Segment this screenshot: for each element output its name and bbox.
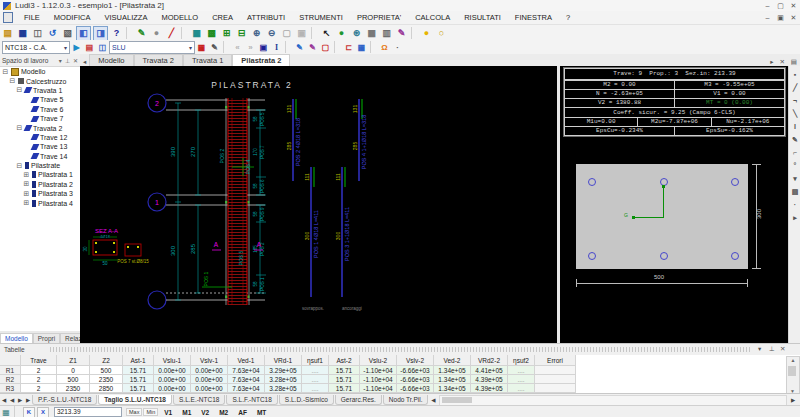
filter-x-icon[interactable]: X: [37, 407, 49, 417]
tree-item-trave-6[interactable]: Trave 6: [0, 105, 80, 114]
beam-I-icon[interactable]: I: [271, 42, 282, 53]
close-icon[interactable]: ✕: [787, 1, 800, 10]
col-ved2[interactable]: Ved-2: [434, 355, 471, 366]
save-icon[interactable]: ▦: [16, 27, 29, 40]
menu-calcola[interactable]: CALCOLA: [408, 13, 457, 22]
bulb-on-icon[interactable]: ●: [420, 27, 433, 40]
red-grid-icon[interactable]: ▦: [196, 42, 207, 53]
col-vslu2[interactable]: Vslu-2: [360, 355, 397, 366]
pen-purple-icon[interactable]: ✎: [307, 42, 318, 53]
col-vslv1[interactable]: Vslv-1: [191, 355, 228, 366]
drag-grip[interactable]: [50, 347, 750, 352]
grid-tool-icon[interactable]: ▤: [790, 185, 800, 198]
status-item-m2[interactable]: M2: [219, 409, 228, 416]
tree-item-pilastrate[interactable]: ⊟Pilastrate: [0, 161, 80, 170]
dock-menu-icon[interactable]: ▾: [758, 345, 761, 353]
red-box-icon[interactable]: ▢: [320, 42, 331, 53]
pen-blue-icon[interactable]: ✎: [294, 42, 305, 53]
minimize-icon[interactable]: –: [761, 1, 774, 10]
book-red-icon[interactable]: ▤: [84, 42, 95, 53]
tree-item-modello[interactable]: ⊟Modello: [0, 67, 80, 76]
grid-vscrollbar[interactable]: ▲▼: [786, 356, 800, 395]
tool-icon[interactable]: ▪: [790, 68, 800, 81]
zoom-out-icon[interactable]: ⊖: [265, 27, 278, 40]
dropdown-icon[interactable]: ▾: [790, 172, 800, 185]
draw-red-icon[interactable]: ╱: [165, 27, 178, 40]
print-icon[interactable]: ▥: [380, 27, 393, 40]
code-select[interactable]: NTC18 - C.A. ▾: [2, 41, 70, 54]
tab-scroll-left-icon[interactable]: ◂: [83, 58, 86, 66]
status-item-af[interactable]: AF: [238, 409, 247, 416]
mesh-icon[interactable]: ▦: [190, 27, 203, 40]
menu-crea[interactable]: CREA: [205, 13, 240, 22]
next-tab-icon[interactable]: ▶: [16, 397, 24, 403]
hscroll-right-icon[interactable]: ▶: [789, 397, 797, 403]
menu-attributi[interactable]: ATTRIBUTI: [240, 13, 292, 22]
tree-item-trave-7[interactable]: Trave 7: [0, 114, 80, 123]
refresh-icon[interactable]: ↺: [46, 27, 59, 40]
col-ast2[interactable]: Ast-2: [329, 355, 360, 366]
expand-icon[interactable]: ⊞: [23, 199, 30, 207]
pencil-tool-icon[interactable]: ✎: [790, 133, 800, 146]
load-case-select[interactable]: SLU ▾: [109, 41, 195, 54]
window-zoom-icon[interactable]: ▣: [295, 27, 308, 40]
view-tab-pilastrata-2[interactable]: Pilastrata 2: [232, 54, 290, 66]
filter-k-icon[interactable]: K: [23, 407, 35, 417]
view-tab-travata-1[interactable]: Travata 1: [183, 54, 232, 66]
sphere-icon[interactable]: ●: [150, 27, 163, 40]
section-box-icon[interactable]: ▣: [258, 42, 269, 53]
tree-item-pilastrata-1[interactable]: ⊞Pilastrata 1: [0, 170, 80, 179]
view-tab-travata-2[interactable]: Travata 2: [134, 54, 183, 66]
menu-risultati[interactable]: RISULTATI: [457, 13, 508, 22]
menu-finestra[interactable]: FINESTRA: [508, 13, 559, 22]
tab-slf[interactable]: S.L.F.-NTC18: [226, 395, 277, 405]
col-z2[interactable]: Z2: [90, 355, 123, 366]
prev-icon[interactable]: «: [232, 42, 243, 53]
view-split-icon[interactable]: ◧: [76, 26, 91, 41]
menu-strumenti[interactable]: STRUMENTI: [292, 13, 350, 22]
remove-element-icon[interactable]: ⊟: [235, 27, 248, 40]
pin-icon[interactable]: ⊥: [769, 345, 775, 353]
grid-toggle-icon[interactable]: ▤: [791, 58, 797, 66]
table-row[interactable]: R1 2 0 500 15.71 0.00e+00 0.00e+00 7.63e…: [0, 366, 800, 375]
expand-icon[interactable]: ⊟: [2, 68, 9, 76]
node-tool-icon[interactable]: °: [790, 159, 800, 172]
first-tab-icon[interactable]: ◀: [0, 397, 8, 403]
draw-green-icon[interactable]: ✎: [135, 27, 148, 40]
tree-item-pilastrata-4[interactable]: ⊞Pilastrata 4: [0, 198, 80, 207]
status-item-m1[interactable]: M1: [182, 409, 191, 416]
scroll-thumb[interactable]: [788, 366, 796, 376]
pencil-ruler-icon[interactable]: ✎: [209, 42, 220, 53]
view-panel-icon[interactable]: ◨: [93, 26, 108, 41]
expand-icon[interactable]: ⊞: [23, 190, 30, 198]
col-nsuf1[interactable]: ηsuf1: [302, 355, 329, 366]
copy-icon[interactable]: ◫: [31, 27, 44, 40]
child-close-icon[interactable]: ✕: [787, 13, 800, 22]
col-vslu1[interactable]: Vslu-1: [154, 355, 191, 366]
pin-icon[interactable]: ⊥: [65, 57, 70, 64]
col-trave[interactable]: Trave: [21, 355, 57, 366]
child-minimize-icon[interactable]: –: [761, 13, 774, 22]
tree-item-pilastrata-3[interactable]: ⊞Pilastrata 3: [0, 189, 80, 198]
child-restore-icon[interactable]: ▣: [774, 13, 787, 22]
next-icon[interactable]: »: [245, 42, 256, 53]
max-button[interactable]: Max: [126, 408, 142, 416]
view-tab-modello[interactable]: Modello: [89, 54, 133, 66]
bulb-off-icon[interactable]: ○: [435, 27, 448, 40]
tree-item-trave-14[interactable]: Trave 14: [0, 152, 80, 161]
bracket-icon[interactable]: ⊏: [343, 42, 354, 53]
drawing-canvas[interactable]: PILASTRATA 2 2 1 390 270 300 285: [80, 66, 557, 343]
pan-icon[interactable]: ▢: [280, 27, 293, 40]
run-icon[interactable]: ▶: [71, 42, 82, 53]
preview-icon[interactable]: ▧: [61, 27, 74, 40]
tab-modello[interactable]: Modello: [0, 333, 33, 343]
omega-icon[interactable]: Ω: [379, 42, 390, 53]
tree-item-trave-5[interactable]: Trave 5: [0, 95, 80, 104]
add-element-icon[interactable]: ⊞: [220, 27, 233, 40]
expand-icon[interactable]: ⊞: [23, 180, 30, 188]
open-icon[interactable]: ▤: [1, 27, 14, 40]
table-search-icon[interactable]: ▦: [0, 408, 12, 417]
menu-file[interactable]: FILE: [17, 13, 47, 22]
status-item-mt[interactable]: MT: [257, 409, 266, 416]
line-tool-icon[interactable]: ╱: [790, 81, 800, 94]
